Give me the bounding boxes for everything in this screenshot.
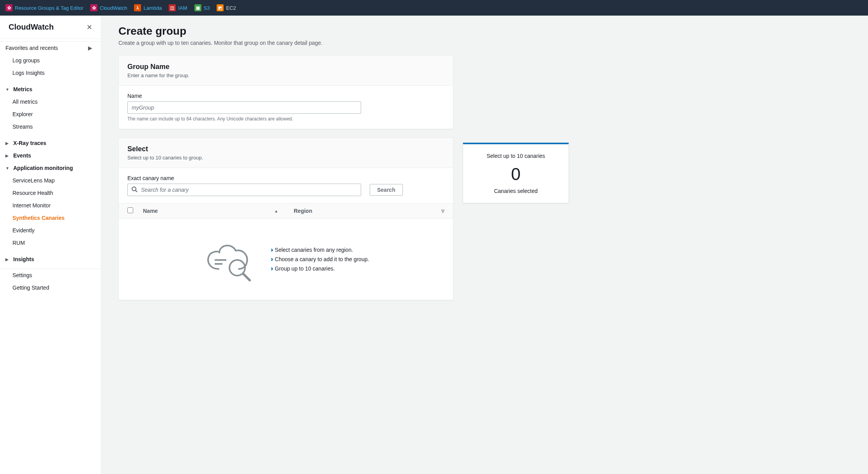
sidebar-item-all-metrics[interactable]: All metrics: [0, 96, 101, 108]
empty-state: ››Select canaries from any region. ››Cho…: [119, 219, 453, 300]
empty-tip: ››Group up to 10 canaries.: [271, 264, 369, 273]
close-icon[interactable]: ✕: [86, 23, 92, 32]
sidebar-section-xray[interactable]: ▶X-Ray traces: [0, 137, 101, 149]
select-heading: Select: [127, 145, 445, 153]
group-name-subheading: Enter a name for the group.: [127, 73, 445, 78]
sidebar-section-metrics[interactable]: ▼Metrics: [0, 83, 101, 96]
nav-lambda[interactable]: λLambda: [134, 4, 162, 11]
top-nav: ✿Resource Groups & Tag Editor ✿CloudWatc…: [0, 0, 868, 16]
counter-title: Select up to 10 canaries: [472, 153, 560, 159]
canary-search-input[interactable]: [127, 184, 361, 196]
group-name-panel: Group Name Enter a name for the group. N…: [118, 55, 453, 129]
sidebar-item-evidently[interactable]: Evidently: [0, 224, 101, 237]
select-subheading: Select up to 10 canaries to group.: [127, 155, 445, 161]
sidebar-item-internet-monitor[interactable]: Internet Monitor: [0, 199, 101, 212]
nav-s3[interactable]: ▣S3: [194, 4, 210, 11]
search-button[interactable]: Search: [370, 184, 403, 196]
caret-right-icon: ▶: [5, 154, 10, 158]
counter-number: 0: [472, 164, 560, 184]
svg-point-0: [132, 187, 136, 191]
sidebar-item-logs-insights[interactable]: Logs Insights: [0, 67, 101, 79]
sort-caret-icon: ▽: [441, 209, 445, 213]
sidebar-item-resource-health[interactable]: Resource Health: [0, 187, 101, 199]
name-label: Name: [127, 93, 445, 99]
main-content: Create group Create a group with up to t…: [101, 16, 868, 474]
sort-asc-icon: ▲: [274, 209, 278, 213]
nav-ec2[interactable]: ◩EC2: [217, 4, 236, 11]
selection-counter-card: Select up to 10 canaries 0 Canaries sele…: [463, 143, 569, 203]
lambda-icon: λ: [134, 4, 141, 11]
caret-right-icon: ▶: [5, 257, 10, 262]
caret-right-icon: ▶: [88, 45, 92, 51]
caret-down-icon: ▼: [5, 166, 10, 170]
sidebar-favorites[interactable]: Favorites and recents ▶: [0, 41, 101, 54]
nav-iam[interactable]: ◫IAM: [169, 4, 187, 11]
sidebar-item-servicelens[interactable]: ServiceLens Map: [0, 174, 101, 187]
sidebar-section-insights[interactable]: ▶Insights: [0, 253, 101, 265]
sidebar: CloudWatch ✕ Favorites and recents ▶ Log…: [0, 16, 101, 474]
sidebar-item-synthetics[interactable]: Synthetics Canaries: [0, 212, 101, 224]
sidebar-title: CloudWatch: [9, 23, 54, 32]
nav-resource-groups[interactable]: ✿Resource Groups & Tag Editor: [5, 4, 83, 11]
sidebar-item-rum[interactable]: RUM: [0, 237, 101, 249]
ec2-icon: ◩: [217, 4, 224, 11]
empty-tip: ››Choose a canary to add it to the group…: [271, 255, 369, 264]
sidebar-section-events[interactable]: ▶Events: [0, 149, 101, 162]
sidebar-item-log-groups[interactable]: Log groups: [0, 54, 101, 67]
group-name-heading: Group Name: [127, 63, 445, 71]
svg-line-5: [243, 274, 250, 280]
select-all-checkbox[interactable]: [127, 207, 133, 213]
counter-label: Canaries selected: [472, 188, 560, 194]
column-region[interactable]: Region▽: [294, 208, 445, 214]
select-panel: Select Select up to 10 canaries to group…: [118, 138, 453, 300]
sidebar-item-explorer[interactable]: Explorer: [0, 108, 101, 120]
table-header: Name▲ Region▽: [119, 203, 453, 219]
search-label: Exact canary name: [127, 175, 445, 181]
chevron-double-icon: ››: [271, 265, 272, 272]
caret-down-icon: ▼: [5, 87, 10, 92]
sidebar-section-app-monitoring[interactable]: ▼Application monitoring: [0, 162, 101, 174]
column-name[interactable]: Name▲: [143, 208, 294, 214]
sidebar-item-getting-started[interactable]: Getting Started: [0, 281, 101, 294]
nav-cloudwatch[interactable]: ✿CloudWatch: [90, 4, 127, 11]
svg-line-1: [136, 191, 137, 192]
sidebar-item-streams[interactable]: Streams: [0, 120, 101, 133]
empty-tip: ››Select canaries from any region.: [271, 245, 369, 255]
group-name-input[interactable]: [127, 101, 361, 114]
page-description: Create a group with up to ten canaries. …: [118, 40, 453, 46]
iam-icon: ◫: [169, 4, 176, 11]
s3-icon: ▣: [194, 4, 201, 11]
cloudwatch-icon: ✿: [90, 4, 97, 11]
resource-groups-icon: ✿: [5, 4, 12, 11]
caret-right-icon: ▶: [5, 141, 10, 145]
sidebar-item-settings[interactable]: Settings: [0, 269, 101, 281]
chevron-double-icon: ››: [271, 246, 272, 253]
page-title: Create group: [118, 25, 453, 37]
cloud-search-icon: [203, 236, 258, 283]
chevron-double-icon: ››: [271, 256, 272, 263]
search-icon: [131, 186, 138, 194]
name-hint: The name can include up to 64 characters…: [127, 116, 445, 122]
